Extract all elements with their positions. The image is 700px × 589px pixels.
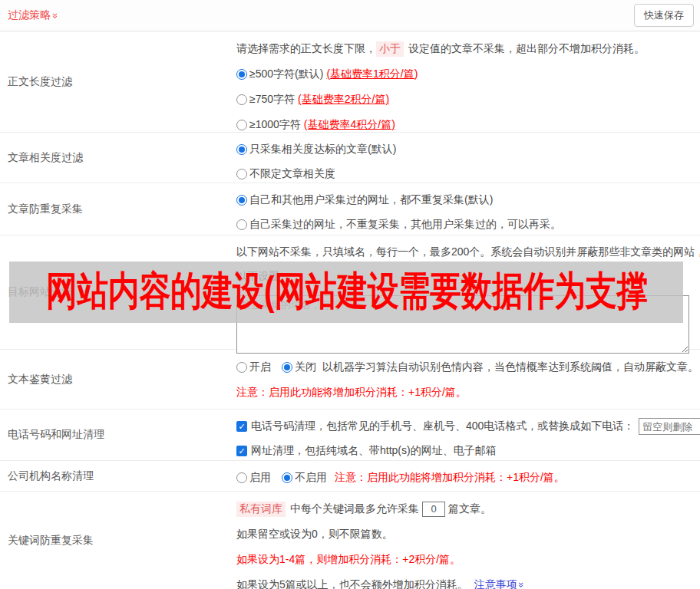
row-content: 私有词库 中每个关键词最多允许采集 篇文章。 如果留空或设为0，则不限篇数。 如… (236, 492, 700, 589)
section-title-filter-strategy[interactable]: 过滤策略 (8, 8, 58, 22)
page-title: 过滤策略 (8, 8, 51, 22)
max-articles-per-keyword-input[interactable] (422, 502, 445, 517)
row-keyword-anti-duplicate: 关键词防重复采集 私有词库 中每个关键词最多允许采集 篇文章。 如果留空或设为0… (0, 492, 700, 589)
replacement-phone-input[interactable] (639, 418, 700, 435)
row-label: 电话号码和网址清理 (0, 410, 236, 460)
row-anti-duplicate: 文章防重复采集 自己和其他用户采集过的网址，都不重复采集(默认) 自己采集过的网… (0, 183, 700, 235)
quick-save-button[interactable]: 快速保存 (634, 4, 694, 27)
row-relevance-filter: 文章相关度过滤 只采集相关度达标的文章(默认) 不限定文章相关度 (0, 133, 700, 183)
radio-option-dedupe-all-users[interactable]: 自己和其他用户采集过的网址，都不重复采集(默认) (236, 193, 493, 207)
radio-option-porn-filter-on[interactable]: 开启 (236, 360, 271, 374)
target-site-tip-line1: 以下网站不采集，只填域名，每行一个，最多200个。系统会自动识别并屏蔽那些非文章… (236, 240, 700, 265)
radio-option-relevance-qualified[interactable]: 只采集相关度达标的文章(默认) (236, 143, 396, 156)
radio-option-750-chars[interactable]: ≥750字符 (基础费率2积分/篇) (236, 93, 389, 107)
row-porn-filter: 文本鉴黄过滤 开启 关闭 以机器学习算法自动识别色情内容，当色情概率达到系统阈值… (0, 350, 700, 410)
fee-note: (基础费率4积分/篇) (304, 118, 395, 132)
radio-option-porn-filter-off[interactable]: 关闭 (282, 360, 316, 374)
radio-selected-icon (236, 144, 247, 155)
porn-filter-warning: 注意：启用此功能将增加积分消耗：+1积分/篇。 (236, 380, 698, 405)
row-target-site-filter: 目标网站过滤 以下网站不采集，只填域名，每行一个，最多200个。系统会自动识别并… (0, 235, 700, 350)
notice-items-link[interactable]: 注意事项 (474, 578, 524, 589)
radio-unselected-icon (236, 362, 247, 373)
checkbox-url-cleanup[interactable]: 网址清理，包括纯域名、带http(s)的网址、电子邮箱 (236, 444, 497, 458)
row-label: 文章相关度过滤 (0, 133, 236, 183)
radio-option-500-chars[interactable]: ≥500字符(默认) (基础费率1积分/篇) (236, 67, 418, 81)
radio-unselected-icon (236, 120, 247, 130)
row-body-length-filter: 正文长度过滤 请选择需求的正文长度下限， 小于 设定值的文章不采集，超出部分不增… (0, 31, 700, 133)
radio-unselected-icon (236, 472, 247, 483)
row-phone-url-cleanup: 电话号码和网址清理 电话号码清理，包括常见的手机号、座机号、400电话格式，或替… (0, 410, 700, 461)
radio-selected-icon (236, 195, 247, 206)
row-content: 自己和其他用户采集过的网址，都不重复采集(默认) 自己采集过的网址，不重复采集，… (236, 183, 700, 235)
row-content: 请选择需求的正文长度下限， 小于 设定值的文章不采集，超出部分不增加积分消耗。 … (236, 31, 700, 132)
row-content: 启用 不启用 注意：启用此功能将增加积分消耗：+1积分/篇。 (236, 461, 700, 491)
radio-selected-icon (282, 362, 292, 373)
row-content: 只采集相关度达标的文章(默认) 不限定文章相关度 (236, 133, 700, 183)
row-label: 公司机构名称清理 (0, 461, 236, 491)
radio-unselected-icon (236, 169, 247, 179)
row-label: 文本鉴黄过滤 (0, 350, 236, 409)
radio-option-company-cleanup-on[interactable]: 启用 (236, 471, 271, 485)
chevron-double-down-icon (51, 12, 61, 18)
row-content: 开启 关闭 以机器学习算法自动识别色情内容，当色情概率达到系统阈值，自动屏蔽文章… (236, 350, 700, 409)
row-content: 电话号码清理，包括常见的手机号、座机号、400电话格式，或替换成如下电话： 网址… (236, 410, 700, 460)
less-than-highlight: 小于 (376, 41, 404, 57)
radio-unselected-icon (236, 219, 247, 230)
row-label: 文章防重复采集 (0, 183, 236, 235)
fee-note: (基础费率2积分/篇) (298, 93, 389, 107)
radio-unselected-icon (236, 94, 247, 105)
row-content: 以下网站不采集，只填域名，每行一个，最多200个。系统会自动识别并屏蔽那些非文章… (236, 235, 700, 349)
chevron-double-down-icon (517, 582, 527, 587)
company-cleanup-warning: 注意：启用此功能将增加积分消耗：+1积分/篇。 (335, 471, 565, 485)
keyword-note-fee: 如果设为1-4篇，则增加积分消耗：+2积分/篇。 (236, 547, 694, 572)
fee-note: (基础费率1积分/篇) (326, 67, 418, 81)
checkbox-phone-cleanup[interactable]: 电话号码清理，包括常见的手机号、座机号、400电话格式，或替换成如下电话： (236, 420, 634, 433)
keyword-note-five-plus: 如果设为5篇或以上，也不会额外增加积分消耗。 (236, 578, 468, 589)
row-label: 正文长度过滤 (0, 31, 236, 132)
radio-option-dedupe-self-only[interactable]: 自己采集过的网址，不重复采集，其他用户采集过的，可以再采。 (236, 218, 561, 232)
private-thesaurus-link[interactable]: 私有词库 (236, 502, 286, 517)
porn-filter-desc: 以机器学习算法自动识别色情内容，当色情概率达到系统阈值，自动屏蔽文章。 (322, 360, 698, 374)
radio-selected-icon (236, 69, 247, 80)
keyword-note-empty: 如果留空或设为0，则不限篇数。 (236, 522, 694, 547)
row-label: 目标网站过滤 (0, 235, 236, 349)
target-site-tip-line2: 以不设置。 (236, 265, 700, 289)
blocked-domains-textarea[interactable] (236, 295, 689, 354)
row-label: 关键词防重复采集 (0, 492, 236, 589)
radio-option-company-cleanup-off[interactable]: 不启用 (282, 471, 327, 485)
checkbox-checked-icon (236, 446, 247, 456)
length-filter-intro: 请选择需求的正文长度下限， 小于 设定值的文章不采集，超出部分不增加积分消耗。 (236, 36, 694, 61)
radio-selected-icon (282, 472, 292, 483)
radio-option-relevance-unlimited[interactable]: 不限定文章相关度 (236, 167, 335, 181)
filter-strategy-page: 过滤策略 快速保存 正文长度过滤 请选择需求的正文长度下限， 小于 设定值的文章… (0, 0, 700, 589)
radio-option-1000-chars[interactable]: ≥1000字符 (基础费率4积分/篇) (236, 118, 395, 132)
topbar: 过滤策略 快速保存 (0, 0, 700, 31)
row-company-name-cleanup: 公司机构名称清理 启用 不启用 注意：启用此功能将增加积分消耗：+1积分/篇。 (0, 461, 700, 492)
checkbox-checked-icon (236, 421, 247, 432)
